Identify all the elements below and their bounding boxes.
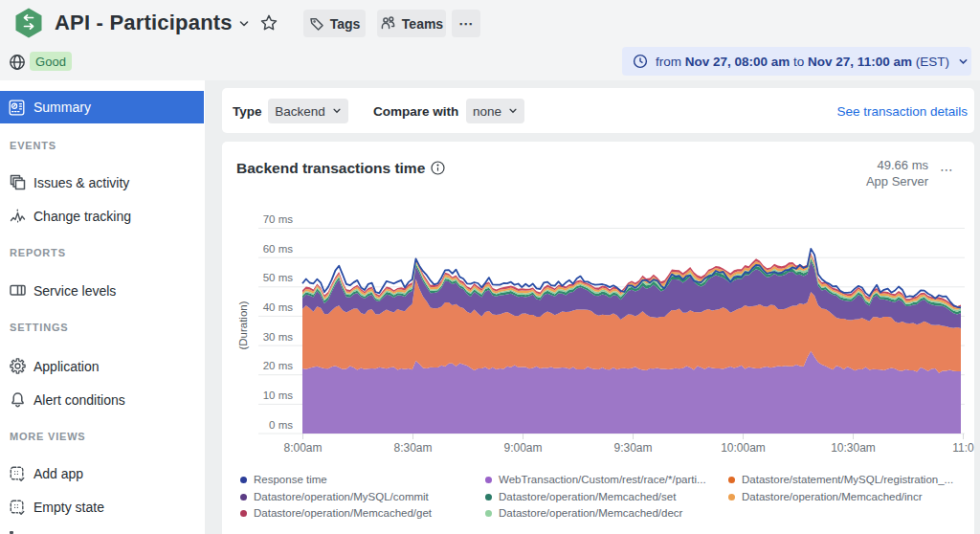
- svg-text:(Duration): (Duration): [237, 300, 249, 349]
- svg-text:20 ms: 20 ms: [263, 360, 294, 371]
- svg-text:8:30am: 8:30am: [393, 441, 432, 455]
- svg-text:40 ms: 40 ms: [263, 301, 294, 313]
- svg-text:10:30am: 10:30am: [831, 441, 876, 455]
- svg-text:9:00am: 9:00am: [503, 441, 542, 455]
- svg-text:10:00am: 10:00am: [721, 441, 766, 455]
- svg-text:11:0: 11:0: [952, 441, 974, 455]
- svg-text:60 ms: 60 ms: [263, 243, 294, 255]
- svg-text:70 ms: 70 ms: [263, 213, 294, 225]
- svg-text:8:00am: 8:00am: [283, 441, 322, 455]
- svg-text:30 ms: 30 ms: [263, 331, 294, 343]
- svg-text:50 ms: 50 ms: [263, 272, 294, 283]
- svg-text:0 ms: 0 ms: [269, 419, 293, 431]
- svg-text:10 ms: 10 ms: [263, 389, 294, 401]
- svg-text:9:30am: 9:30am: [613, 441, 652, 455]
